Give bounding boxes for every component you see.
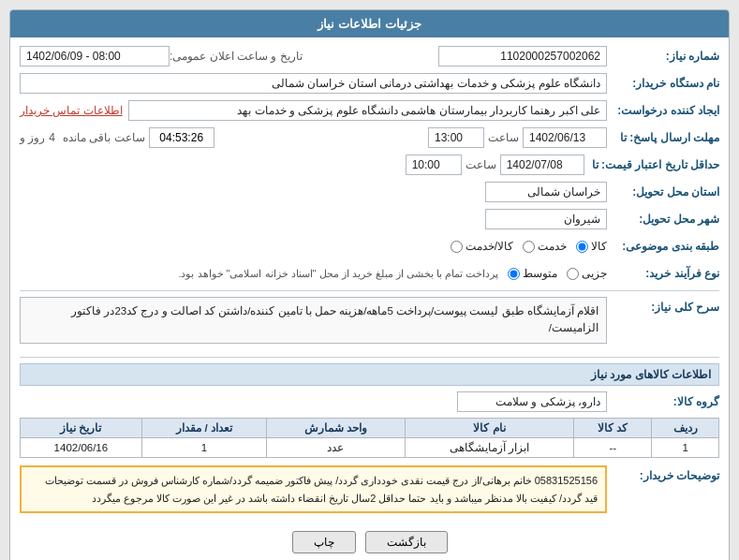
shomara-niaz-label: شماره نیاز: [607, 50, 719, 63]
radio-kala[interactable]: کالا [576, 240, 607, 253]
mohlat-ersal-label: مهلت ارسال پاسخ: تا [607, 131, 719, 144]
group-label: گروه کالا: [607, 395, 719, 408]
nam-dastgah-value: دانشگاه علوم پزشکی و خدمات بهداشتی درمان… [20, 73, 607, 94]
serp-label: سرح کلی نیاز: [607, 297, 719, 314]
page-title: جزئیات اطلاعات نیاز [10, 10, 729, 37]
radio-motavaset-label: متوسط [523, 267, 557, 280]
ijad-konande-value: علی اکبر رهنما کاربردار بیمارستان هاشمی … [128, 100, 607, 121]
nam-dastgah-label: نام دستگاه خریدار: [607, 77, 719, 90]
cell-vahed-shmaris: عدد [267, 438, 405, 458]
radio-kala-khedmat-label: کالا/خدمت [466, 240, 513, 253]
ijad-konande-label: ایجاد کننده درخواست: [607, 104, 719, 117]
kala-table: ردیف کد کالا نام کالا واحد شمارش تعداد /… [20, 418, 719, 458]
ettelaat-section-title: اطلاعات کالاهای مورد نیاز [20, 363, 719, 386]
ostan-label: استان محل تحویل: [607, 185, 719, 199]
note-label: توضیحات خریدار: [607, 465, 719, 482]
hadd-aksar-date: 1402/07/08 [500, 155, 584, 175]
hadd-aksar-label: حداقل تاریخ اعتبار قیمت: تا [584, 158, 719, 171]
radio-kala-label: کالا [591, 240, 607, 253]
divider-1 [20, 290, 719, 291]
cell-radif: 1 [652, 438, 719, 458]
radio-motavaset-input[interactable] [508, 268, 520, 280]
col-tedaad: تعداد / مقدار [141, 419, 266, 438]
cell-tedaad: 1 [141, 438, 266, 458]
radio-khedmat-label: خدمت [538, 240, 567, 253]
mohlat-roz-value: 4 [49, 131, 55, 144]
col-kod-kala: کد کالا [574, 419, 652, 438]
mohlat-roz-label: روز و [20, 131, 45, 144]
table-row: 1--ابزار آزمایشگاهیعدد11402/06/16 [21, 438, 719, 458]
nooa-farayand-group: جزیی متوسط [508, 267, 607, 280]
col-vahed: واحد شمارش [267, 419, 405, 438]
cell-tarikh: 1402/06/16 [21, 438, 142, 458]
tarikh-label: تاریخ و ساعت اعلان عمومی: [170, 50, 303, 63]
hadd-aksar-saat-value: 10:00 [406, 155, 462, 175]
back-button[interactable]: بازگشت [365, 531, 448, 553]
link-ettelaat[interactable]: اطلاعات تماس خریدار [20, 104, 123, 117]
shahr-value: شیروان [485, 209, 607, 229]
cell-nam-kala: ابزار آزمایشگاهی [405, 438, 574, 458]
mohlat-ersal-date: 1402/06/13 [523, 127, 607, 148]
radio-kala-input[interactable] [576, 241, 588, 253]
tabaghe-radio-group: کالا خدمت کالا/خدمت [451, 240, 607, 253]
print-button[interactable]: چاپ [292, 531, 356, 553]
mohlat-saat-label: ساعت [488, 131, 519, 144]
radio-khedmat-input[interactable] [523, 241, 535, 253]
radio-khedmat[interactable]: خدمت [523, 240, 567, 253]
radio-kala-khedmat[interactable]: کالا/خدمت [451, 240, 513, 253]
mohlat-saat-baqi-label: ساعت باقی مانده [63, 131, 145, 144]
tabaghe-label: طبقه بندی موضوعی: [607, 240, 719, 253]
cell-kod-kala: -- [574, 438, 652, 458]
serp-value: اقلام آزمایشگاه طبق لیست پیوست/پرداخت 5م… [20, 297, 607, 344]
mohlat-countdown: 04:53:26 [149, 127, 214, 148]
shahr-label: شهر محل تحویل: [607, 213, 719, 226]
group-value: دارو، پزشکی و سلامت [457, 391, 607, 412]
radio-jozvi-label: جزیی [582, 267, 607, 280]
ostan-value: خراسان شمالی [485, 182, 607, 202]
note-value: 05831525156 خانم برهانی/از درج قیمت نقدی… [20, 465, 607, 513]
hadd-aksar-saat-label: ساعت [466, 158, 496, 171]
shomara-niaz-value: 1102000257002062 [438, 46, 607, 66]
radio-jozvi[interactable]: جزیی [567, 267, 607, 280]
divider-2 [20, 357, 719, 358]
nooa-farayand-label: نوع فرآیند خرید: [607, 267, 719, 280]
radio-jozvi-input[interactable] [567, 268, 579, 280]
farayand-note: پرداخت تمام با بخشی از مبلغ خرید از محل … [178, 268, 498, 280]
col-tarikh: تاریخ نیاز [21, 419, 142, 438]
tarikh-value: 1402/06/09 - 08:00 [20, 46, 170, 66]
col-nam-kala: نام کالا [405, 419, 574, 438]
col-radif: ردیف [652, 419, 719, 438]
mohlat-saat-value: 13:00 [428, 127, 484, 148]
radio-kala-khedmat-input[interactable] [451, 241, 463, 253]
kala-table-section: ردیف کد کالا نام کالا واحد شمارش تعداد /… [20, 418, 719, 458]
footer-buttons: بازگشت چاپ [20, 525, 719, 557]
radio-motavaset[interactable]: متوسط [508, 267, 557, 280]
